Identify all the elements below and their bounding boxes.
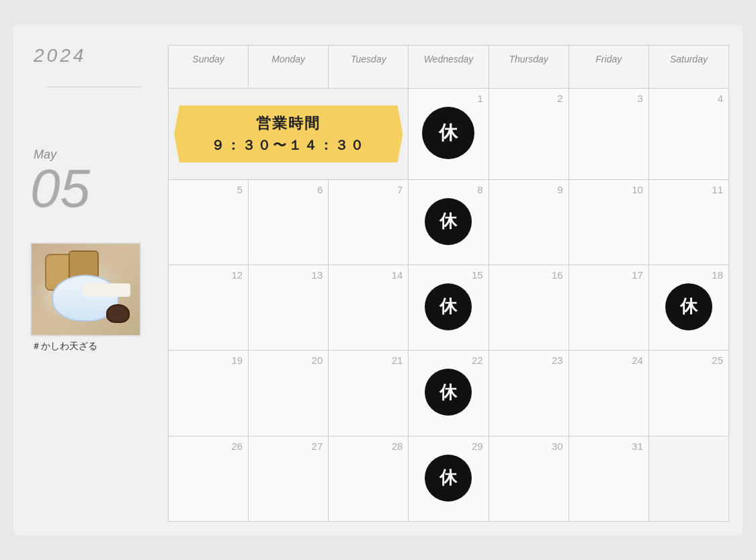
kyuu-badge-22: 休 xyxy=(425,369,472,416)
kyuu-text-1: 休 xyxy=(439,120,458,146)
date-6: 6 xyxy=(254,184,323,195)
date-30: 30 xyxy=(495,440,563,452)
header-thursday: Thursday xyxy=(489,46,569,89)
cell-thu-9: 9 xyxy=(489,180,569,265)
cell-sat-11: 11 xyxy=(649,180,729,265)
cell-wed-8: 8 休 xyxy=(409,180,489,265)
cell-fri-10: 10 xyxy=(569,180,649,265)
cell-sat-empty xyxy=(649,436,729,522)
date-13: 13 xyxy=(254,269,323,281)
food-caption: ＃かしわ天ざる xyxy=(30,340,144,353)
cell-thu-30: 30 xyxy=(489,436,569,522)
kyuu-text-18: 休 xyxy=(680,295,698,318)
cell-fri-24: 24 xyxy=(569,351,649,436)
cell-fri-31: 31 xyxy=(569,436,649,522)
cell-wed-29: 29 休 xyxy=(409,436,489,522)
food-image xyxy=(30,242,141,336)
date-18: 18 xyxy=(655,269,723,281)
cell-wed-15: 15 休 xyxy=(409,265,489,351)
date-7: 7 xyxy=(334,184,403,195)
date-4: 4 xyxy=(655,93,723,104)
date-24: 24 xyxy=(575,355,643,366)
cell-thu-2: 2 xyxy=(489,89,569,179)
left-panel: 2024 May 05 ＃かしわ天ざる xyxy=(27,45,161,522)
business-hours: ９：３０〜１４：３０ xyxy=(187,136,389,154)
kyuu-badge-18: 休 xyxy=(665,283,712,330)
date-15: 15 xyxy=(414,269,482,281)
date-25: 25 xyxy=(655,355,723,366)
noodle xyxy=(83,283,130,297)
date-1: 1 xyxy=(414,93,482,104)
date-19: 19 xyxy=(174,355,243,366)
header-sunday: Sunday xyxy=(169,46,249,89)
date-3: 3 xyxy=(575,93,643,104)
date-9: 9 xyxy=(495,184,563,195)
business-banner: 営業時間 ９：３０〜１４：３０ xyxy=(174,105,403,162)
cell-tue-28: 28 xyxy=(329,436,409,522)
header-tuesday: Tuesday xyxy=(329,46,409,89)
kyuu-badge-1: 休 xyxy=(422,107,474,159)
divider xyxy=(47,87,141,87)
cell-wed-1: 1 休 xyxy=(409,89,489,179)
date-16: 16 xyxy=(495,269,563,281)
cell-tue-21: 21 xyxy=(329,351,409,436)
date-5: 5 xyxy=(174,184,243,195)
cell-tue-14: 14 xyxy=(329,265,409,351)
date-12: 12 xyxy=(174,269,243,281)
date-2: 2 xyxy=(495,93,563,104)
header-monday: Monday xyxy=(249,46,329,89)
date-14: 14 xyxy=(334,269,403,281)
cell-fri-17: 17 xyxy=(569,265,649,351)
cell-sat-25: 25 xyxy=(649,351,729,436)
cell-sun-5: 5 xyxy=(169,180,249,265)
header-wednesday: Wednesday xyxy=(409,46,489,89)
cell-sat-4: 4 xyxy=(649,89,729,179)
header-saturday: Saturday xyxy=(649,46,729,89)
cell-thu-23: 23 xyxy=(489,351,569,436)
date-31: 31 xyxy=(575,440,643,452)
kyuu-text-8: 休 xyxy=(439,209,457,233)
cell-tue-7: 7 xyxy=(329,180,409,265)
date-26: 26 xyxy=(174,440,243,452)
cell-wed-22: 22 休 xyxy=(409,351,489,436)
calendar-grid: Sunday Monday Tuesday Wednesday Thursday… xyxy=(168,45,729,522)
month-label-num: 05 xyxy=(27,162,90,216)
sauce-bowl xyxy=(106,304,130,323)
cell-sun-19: 19 xyxy=(169,351,249,436)
cell-thu-16: 16 xyxy=(489,265,569,351)
date-22: 22 xyxy=(414,355,482,366)
date-17: 17 xyxy=(575,269,643,281)
calendar-card: 2024 May 05 ＃かしわ天ざる Sunday M xyxy=(13,25,743,535)
cell-sun-26: 26 xyxy=(169,436,249,522)
date-8: 8 xyxy=(414,184,482,195)
food-image-container: ＃かしわ天ざる xyxy=(27,242,144,353)
cell-mon-27: 27 xyxy=(249,436,329,522)
date-21: 21 xyxy=(334,355,403,366)
cell-sat-18: 18 休 xyxy=(649,265,729,351)
header-friday: Friday xyxy=(569,46,649,89)
date-23: 23 xyxy=(495,355,563,366)
kyuu-text-22: 休 xyxy=(439,381,457,404)
year-label: 2024 xyxy=(27,45,86,66)
kyuu-badge-15: 休 xyxy=(425,283,472,330)
kyuu-text-29: 休 xyxy=(439,466,457,489)
kyuu-badge-29: 休 xyxy=(425,455,472,502)
kyuu-text-15: 休 xyxy=(439,295,457,318)
banner-cell: 営業時間 ９：３０〜１４：３０ xyxy=(169,89,409,179)
calendar-section: Sunday Monday Tuesday Wednesday Thursday… xyxy=(168,45,729,522)
date-28: 28 xyxy=(334,440,403,452)
cell-fri-3: 3 xyxy=(569,89,649,179)
date-27: 27 xyxy=(254,440,323,452)
date-20: 20 xyxy=(254,355,323,366)
cell-sun-12: 12 xyxy=(169,265,249,351)
business-title: 営業時間 xyxy=(187,113,389,134)
kyuu-badge-8: 休 xyxy=(425,198,472,245)
cell-mon-20: 20 xyxy=(249,351,329,436)
date-11: 11 xyxy=(655,184,723,195)
cell-mon-6: 6 xyxy=(249,180,329,265)
date-29: 29 xyxy=(414,440,482,452)
cell-mon-13: 13 xyxy=(249,265,329,351)
food-illustration xyxy=(32,244,140,335)
date-10: 10 xyxy=(575,184,643,195)
